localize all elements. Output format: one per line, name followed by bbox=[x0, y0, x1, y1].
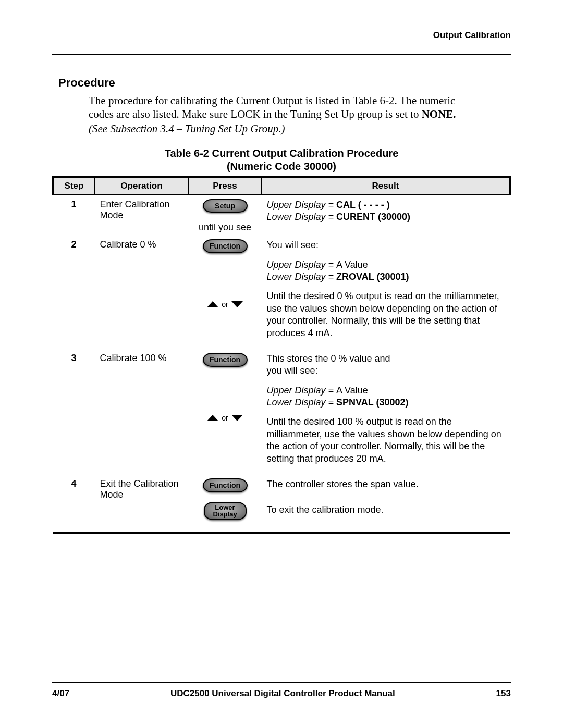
footer-page: 153 bbox=[496, 688, 511, 699]
upper-display-label: Upper Display = bbox=[267, 385, 337, 396]
step-number: 3 bbox=[53, 349, 95, 474]
table-caption-line2: (Numeric Code 30000) bbox=[227, 161, 336, 172]
result-intro-l2: you will see: bbox=[267, 365, 318, 376]
col-operation: Operation bbox=[95, 177, 189, 194]
col-press: Press bbox=[189, 177, 262, 194]
step-operation: Calibrate 100 % bbox=[95, 349, 189, 474]
step-result: Upper Display = CAL ( - - - - ) Lower Di… bbox=[262, 194, 510, 235]
footer-title: UDC2500 Universal Digital Controller Pro… bbox=[170, 688, 395, 699]
step-operation: Exit the Calibration Mode bbox=[95, 474, 189, 526]
header-section-label: Output Calibration bbox=[433, 30, 511, 40]
svg-marker-3 bbox=[231, 415, 243, 421]
table-header-row: Step Operation Press Result bbox=[53, 177, 510, 194]
step-number: 4 bbox=[53, 474, 95, 526]
table-caption: Table 6-2 Current Output Calibration Pro… bbox=[52, 147, 511, 173]
intro-paragraph: The procedure for calibrating the Curren… bbox=[89, 94, 511, 121]
lower-display-key-icon: Lower Display bbox=[204, 502, 247, 520]
footer-date: 4/07 bbox=[52, 688, 69, 699]
lower-display-value: SPNVAL (30002) bbox=[336, 397, 408, 408]
svg-marker-2 bbox=[207, 415, 218, 421]
upper-display-value: CAL ( - - - - ) bbox=[336, 200, 390, 210]
step-result: The controller stores the span value. To… bbox=[262, 474, 510, 526]
section-heading: Procedure bbox=[58, 76, 511, 90]
up-down-keys-icon: or bbox=[206, 414, 243, 422]
header-rule bbox=[52, 54, 511, 55]
lower-display-key-line2: Display bbox=[213, 510, 237, 518]
result-arrows-text: Until the desired 0 % output is read on … bbox=[267, 290, 505, 339]
step-press: Function Lower Display bbox=[189, 474, 262, 526]
intro-line1: The procedure for calibrating the Curren… bbox=[89, 94, 455, 107]
page-footer: 4/07 UDC2500 Universal Digital Controlle… bbox=[52, 682, 511, 699]
upper-display-value: A Value bbox=[336, 385, 368, 396]
table-bottom-rule bbox=[53, 526, 510, 533]
svg-marker-1 bbox=[231, 301, 243, 307]
running-header: Output Calibration bbox=[52, 29, 511, 44]
step-result: You will see: Upper Display = A Value Lo… bbox=[262, 235, 510, 349]
intro-line2-prefix: codes are also listed. Make sure LOCK in… bbox=[89, 108, 422, 120]
lower-display-value: CURENT (30000) bbox=[336, 212, 410, 222]
function-key-icon: Function bbox=[203, 239, 248, 253]
step-press: Function or bbox=[189, 235, 262, 349]
or-label: or bbox=[222, 300, 228, 309]
step-number: 2 bbox=[53, 235, 95, 349]
procedure-table: Step Operation Press Result 1 Enter Cali… bbox=[52, 176, 511, 534]
step-operation: Enter Calibration Mode bbox=[95, 194, 189, 235]
svg-marker-0 bbox=[207, 301, 218, 307]
result-intro-l1: This stores the 0 % value and bbox=[267, 353, 390, 364]
step-number: 1 bbox=[53, 194, 95, 235]
lower-display-label: Lower Display = bbox=[267, 212, 337, 222]
result-arrows-text: Until the desired 100 % output is read o… bbox=[267, 416, 505, 465]
result-function-text: The controller stores the span value. bbox=[267, 478, 505, 490]
intro-line2-bold: NONE. bbox=[422, 108, 456, 120]
table-caption-line1: Table 6-2 Current Output Calibration Pro… bbox=[165, 147, 399, 159]
col-result: Result bbox=[262, 177, 510, 194]
step-press: Function or bbox=[189, 349, 262, 474]
lower-display-label: Lower Display = bbox=[267, 397, 337, 408]
step-operation: Calibrate 0 % bbox=[95, 235, 189, 349]
table-row: 3 Calibrate 100 % Function or bbox=[53, 349, 510, 474]
table-row: 1 Enter Calibration Mode Setup until you… bbox=[53, 194, 510, 235]
up-down-keys-icon: or bbox=[206, 300, 243, 309]
page: Output Calibration Procedure The procedu… bbox=[0, 0, 563, 728]
table-row: 4 Exit the Calibration Mode Function Low… bbox=[53, 474, 510, 526]
upper-display-label: Upper Display = bbox=[267, 260, 337, 270]
setup-key-icon: Setup bbox=[203, 199, 248, 213]
press-note: until you see bbox=[199, 222, 251, 233]
col-step: Step bbox=[53, 177, 95, 194]
lower-display-label: Lower Display = bbox=[267, 272, 337, 282]
step-result: This stores the 0 % value and you will s… bbox=[262, 349, 510, 474]
function-key-icon: Function bbox=[203, 478, 248, 492]
function-key-icon: Function bbox=[203, 353, 248, 367]
table-row: 2 Calibrate 0 % Function or You will s bbox=[53, 235, 510, 349]
result-intro: You will see: bbox=[267, 239, 505, 251]
or-label: or bbox=[222, 414, 228, 422]
intro-reference: (See Subsection 3.4 – Tuning Set Up Grou… bbox=[89, 122, 511, 135]
lower-display-value: ZROVAL (30001) bbox=[336, 272, 409, 282]
upper-display-label: Upper Display = bbox=[267, 200, 337, 210]
upper-display-value: A Value bbox=[336, 260, 368, 270]
step-press: Setup until you see bbox=[189, 194, 262, 235]
result-lower-text: To exit the calibration mode. bbox=[267, 504, 505, 516]
